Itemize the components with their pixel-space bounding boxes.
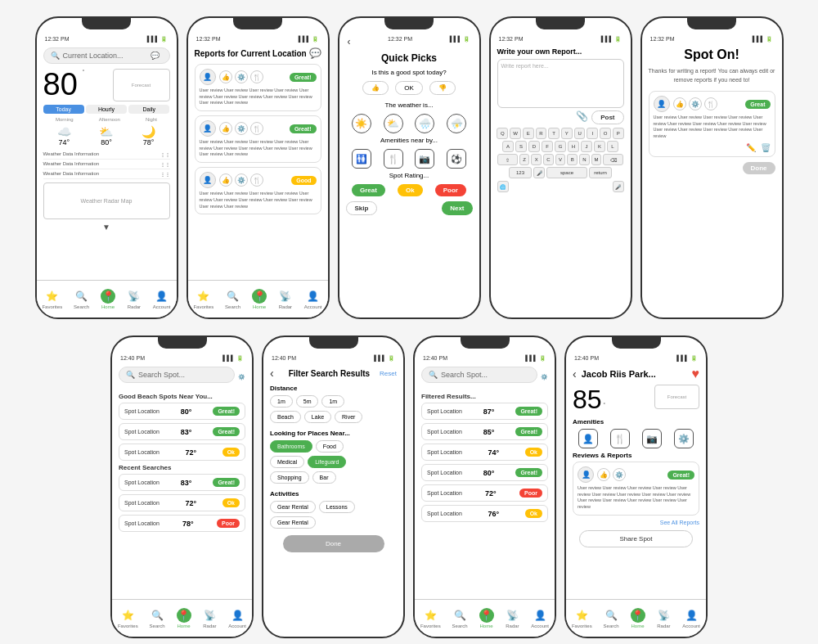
camera-icon[interactable]: 📷 xyxy=(415,149,434,169)
nav-favorites[interactable]: ⭐Favorites xyxy=(420,608,441,628)
amenity-camera[interactable]: 📷 xyxy=(642,429,662,448)
fork-icon-3[interactable]: 🍴 xyxy=(250,173,263,187)
weather-tabs[interactable]: Today Hourly Daily xyxy=(43,105,170,114)
fork-icon[interactable]: 🍴 xyxy=(704,97,717,110)
key-c[interactable]: C xyxy=(543,154,554,165)
nearby-food[interactable]: Food xyxy=(316,440,344,453)
result-row-5[interactable]: Spot Location 72° Poor xyxy=(421,484,548,502)
key-g[interactable]: G xyxy=(555,141,566,152)
type-beach[interactable]: Beach xyxy=(270,411,301,423)
nav-radar[interactable]: 📡Radar xyxy=(278,289,293,309)
spot-row-6[interactable]: Spot Location 78° Poor xyxy=(119,515,245,532)
food-icon[interactable]: 🍴 xyxy=(384,149,403,169)
key-v[interactable]: V xyxy=(555,154,566,165)
nav-account[interactable]: 👤Account xyxy=(228,608,246,628)
nav-home[interactable]: 📍Home xyxy=(479,608,494,628)
nav-favorites[interactable]: ⭐Favorites xyxy=(118,608,138,628)
rain-icon[interactable]: 🌧️ xyxy=(415,114,434,133)
post-btn[interactable]: Post xyxy=(591,110,623,124)
nav-radar[interactable]: 📡Radar xyxy=(656,608,671,628)
type-lake[interactable]: Lake xyxy=(304,411,331,423)
tab-hourly[interactable]: Hourly xyxy=(86,105,127,114)
nav-search[interactable]: 🔍Search xyxy=(452,608,468,628)
done-btn[interactable]: Done xyxy=(743,162,775,174)
rating-great[interactable]: Great xyxy=(352,184,385,196)
key-x[interactable]: X xyxy=(531,154,542,165)
thumbs-down-btn[interactable]: 👎 xyxy=(429,81,456,95)
nearby-bar[interactable]: Bar xyxy=(312,471,336,484)
spot-row-2[interactable]: Spot Location 83° Great! xyxy=(119,423,245,440)
spot-row-3[interactable]: Spot Location 72° Ok xyxy=(119,444,245,461)
key-shift[interactable]: ⇧ xyxy=(497,154,518,165)
dist-5m[interactable]: 5m xyxy=(296,395,319,408)
key-mic[interactable]: 🎤 xyxy=(533,167,545,178)
key-l[interactable]: L xyxy=(607,141,618,152)
result-row-2[interactable]: Spot Location 85° Great! xyxy=(421,423,548,440)
nav-radar[interactable]: 📡Radar xyxy=(202,608,217,628)
nearby-lifeguard[interactable]: Lifeguard xyxy=(308,456,346,468)
ok-btn[interactable]: OK xyxy=(395,81,423,95)
spot-row-1[interactable]: Spot Location 80° Great! xyxy=(119,403,245,420)
activity-lessons[interactable]: Lessons xyxy=(319,501,355,513)
settings-icon[interactable]: ⚙️ xyxy=(689,97,702,110)
back-arrow[interactable]: ‹ xyxy=(348,36,351,47)
fork-icon[interactable]: 🍴 xyxy=(250,70,263,83)
amenity-gear[interactable]: ⚙️ xyxy=(674,429,694,448)
search-input[interactable]: 🔍 Search Spot... xyxy=(119,367,235,383)
type-river[interactable]: River xyxy=(335,411,362,423)
nav-favorites[interactable]: ⭐Favorites xyxy=(193,289,213,309)
nav-search[interactable]: 🔍Search xyxy=(225,289,240,309)
nav-search[interactable]: 🔍Search xyxy=(74,289,89,309)
bottom-nav[interactable]: ⭐Favorites 🔍Search 📍Home 📡Radar 👤Account xyxy=(37,280,177,317)
key-j[interactable]: J xyxy=(581,141,592,152)
nav-account[interactable]: 👤Account xyxy=(531,608,549,628)
reset-btn[interactable]: Reset xyxy=(380,370,397,377)
key-p[interactable]: P xyxy=(613,128,624,139)
nav-search[interactable]: 🔍Search xyxy=(150,608,165,628)
heart-icon[interactable]: ♥ xyxy=(692,367,700,381)
key-s[interactable]: S xyxy=(515,141,527,152)
nav-search[interactable]: 🔍Search xyxy=(604,608,619,628)
key-return[interactable]: return xyxy=(589,167,612,178)
edit-icon[interactable]: ✏️ xyxy=(746,143,756,152)
nav-radar[interactable]: 📡Radar xyxy=(127,289,142,309)
nav-favorites[interactable]: ⭐Favorites xyxy=(572,608,592,628)
result-row-4[interactable]: Spot Location 80° Great! xyxy=(421,464,548,481)
next-btn[interactable]: Next xyxy=(442,201,472,215)
result-row-6[interactable]: Spot Location 76° Ok xyxy=(421,505,548,522)
wr-textarea[interactable]: Write report here... xyxy=(497,59,624,108)
cloud-icon[interactable]: ⛅ xyxy=(384,114,403,133)
nav-home[interactable]: 📍Home xyxy=(177,608,191,628)
settings-icon-2[interactable]: ⚙️ xyxy=(235,122,248,135)
spot-row-4[interactable]: Spot Location 83° Great! xyxy=(119,474,245,491)
thumbs-up-icon-2[interactable]: 👍 xyxy=(219,122,232,135)
key-n[interactable]: N xyxy=(579,154,590,165)
thumbs-up-icon[interactable]: 👍 xyxy=(673,97,686,110)
nav-radar[interactable]: 📡Radar xyxy=(505,608,519,628)
spot-row-5[interactable]: Spot Location 72° Ok xyxy=(119,494,245,511)
bottom-nav[interactable]: ⭐Favorites 🔍Search 📍Home 📡Radar 👤Account xyxy=(566,599,706,637)
nearby-shopping[interactable]: Shopping xyxy=(270,471,309,484)
nav-home[interactable]: 📍Home xyxy=(101,289,115,309)
key-e[interactable]: E xyxy=(523,128,534,139)
storm-icon[interactable]: ⛈️ xyxy=(447,114,466,133)
key-o[interactable]: O xyxy=(600,128,611,139)
thumbs-up-icon[interactable]: 👍 xyxy=(219,70,232,83)
filter-done-btn[interactable]: Done xyxy=(283,535,384,552)
back-arrow[interactable]: ‹ xyxy=(270,367,274,380)
key-y[interactable]: Y xyxy=(561,128,573,139)
see-all-reports[interactable]: See All Reports xyxy=(573,520,699,525)
share-btn[interactable]: Share Spot xyxy=(579,530,694,547)
radar-map[interactable]: Weather Radar Map xyxy=(43,182,170,219)
dist-1m2[interactable]: 1m xyxy=(321,395,344,408)
key-i[interactable]: I xyxy=(587,128,598,139)
fork-icon-2[interactable]: 🍴 xyxy=(250,122,263,135)
tab-today[interactable]: Today xyxy=(43,105,84,114)
rating-ok[interactable]: Ok xyxy=(398,184,423,196)
key-a[interactable]: A xyxy=(502,141,514,152)
search-input[interactable]: 🔍 Search Spot... xyxy=(421,367,537,383)
soccer-icon[interactable]: ⚽ xyxy=(447,149,466,169)
key-k[interactable]: K xyxy=(594,141,605,152)
filter-icon[interactable]: ⚙️ xyxy=(238,374,245,381)
key-u[interactable]: U xyxy=(574,128,586,139)
